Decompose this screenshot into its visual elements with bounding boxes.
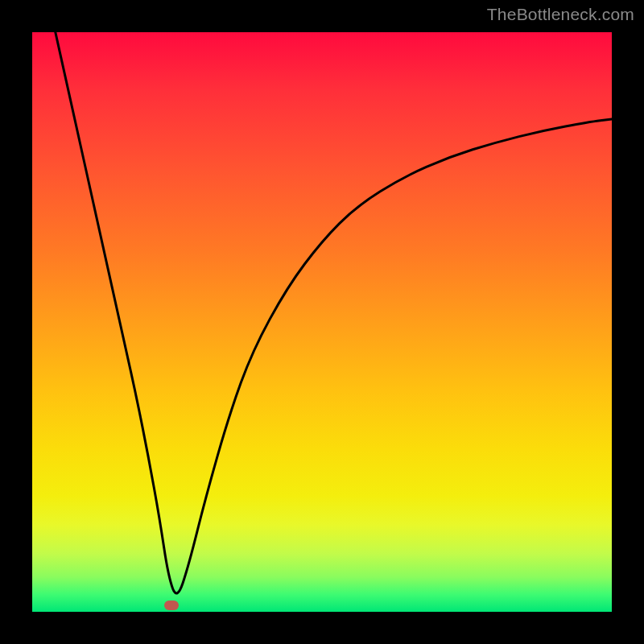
watermark-text: TheBottleneck.com [487,5,634,24]
bottleneck-curve [56,32,612,593]
curve-svg [32,32,612,612]
optimal-marker [164,601,179,610]
chart-frame: TheBottleneck.com [0,0,644,644]
plot-area [32,32,612,612]
